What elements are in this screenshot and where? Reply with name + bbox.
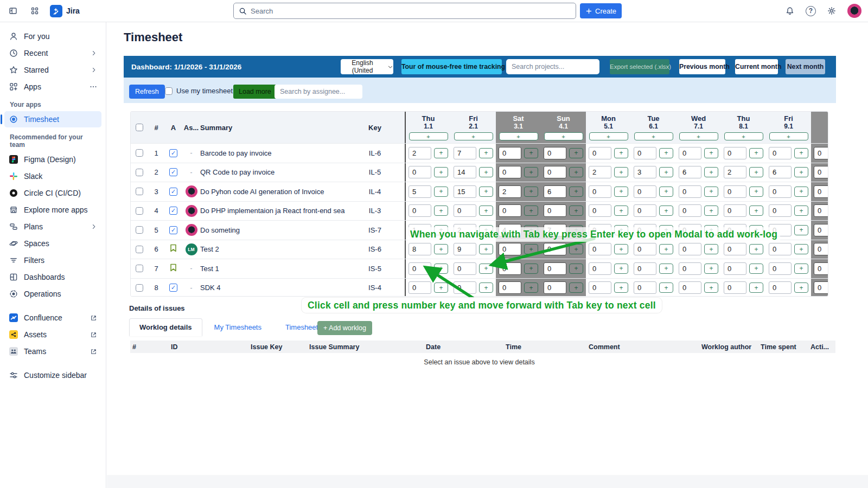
global-search[interactable] <box>233 3 576 19</box>
cell-add-worklog-button[interactable]: + <box>569 148 583 158</box>
cell-add-worklog-button[interactable]: + <box>794 148 808 158</box>
issue-key[interactable]: IS-5 <box>345 259 405 278</box>
time-cell-input[interactable] <box>724 204 746 217</box>
cell-add-worklog-button[interactable]: + <box>434 206 448 216</box>
time-cell-input[interactable] <box>634 204 656 217</box>
time-cell-input[interactable] <box>454 243 476 255</box>
cell-add-worklog-button[interactable]: + <box>614 282 628 293</box>
jira-home-link[interactable]: Jira <box>50 5 80 17</box>
search-assignee-input[interactable] <box>275 85 362 99</box>
issue-key[interactable]: IL-6 <box>345 144 405 163</box>
time-cell-input[interactable] <box>544 204 566 217</box>
cell-add-worklog-button[interactable]: + <box>794 225 808 235</box>
time-cell-input[interactable] <box>724 281 746 294</box>
cell-add-worklog-button[interactable]: + <box>749 244 763 254</box>
time-cell-input[interactable] <box>679 185 701 198</box>
sidebar-item-apps[interactable]: Apps <box>4 79 101 95</box>
sidebar-collapse-icon[interactable] <box>7 4 20 17</box>
time-cell-input[interactable] <box>724 243 746 255</box>
cell-add-worklog-button[interactable]: + <box>659 206 673 216</box>
time-cell-input[interactable] <box>499 185 521 198</box>
issue-summary[interactable]: Test 1 <box>200 259 345 278</box>
day-add-worklog-button[interactable]: + <box>724 132 763 140</box>
time-cell-input[interactable] <box>634 262 656 275</box>
cell-add-worklog-button[interactable]: + <box>794 206 808 216</box>
language-select[interactable]: English (United <box>341 59 393 74</box>
time-cell-input[interactable] <box>679 281 701 294</box>
sidebar-item-spaces[interactable]: Spaces <box>4 235 101 252</box>
time-cell-input[interactable] <box>814 262 828 275</box>
cell-add-worklog-button[interactable]: + <box>704 282 718 293</box>
cell-add-worklog-button[interactable]: + <box>749 264 763 274</box>
issue-key[interactable]: IL-3 <box>345 202 405 221</box>
issue-summary[interactable]: Do Pyhon code AI generation of Invoice <box>200 182 345 201</box>
previous-month-button[interactable]: Previous month <box>679 59 725 74</box>
notifications-bell-icon[interactable] <box>783 4 796 17</box>
settings-gear-icon[interactable] <box>825 4 838 17</box>
time-cell-input[interactable] <box>769 204 792 217</box>
time-cell-input[interactable] <box>499 281 521 294</box>
select-all-checkbox[interactable] <box>136 124 143 131</box>
bookmark-icon[interactable] <box>170 264 177 274</box>
cell-add-worklog-button[interactable]: + <box>794 282 808 293</box>
cell-add-worklog-button[interactable]: + <box>569 167 583 177</box>
time-cell-input[interactable] <box>814 243 828 255</box>
sidebar-item-starred[interactable]: Starred <box>4 62 101 78</box>
cell-add-worklog-button[interactable]: + <box>794 244 808 254</box>
checkbox-checked-icon[interactable]: ✓ <box>169 207 177 215</box>
time-cell-input[interactable] <box>814 185 828 198</box>
time-cell-input[interactable] <box>544 243 566 255</box>
sidebar-item-slack[interactable]: Slack <box>4 168 101 184</box>
issue-key[interactable]: IL-4 <box>345 182 405 201</box>
sidebar-item-plans[interactable]: Plans <box>4 219 101 235</box>
time-cell-input[interactable] <box>499 262 521 275</box>
cell-add-worklog-button[interactable]: + <box>479 282 493 293</box>
time-cell-input[interactable] <box>634 243 656 255</box>
time-cell-input[interactable] <box>679 147 701 159</box>
cell-add-worklog-button[interactable]: + <box>479 148 493 158</box>
checkbox-checked-icon[interactable]: ✓ <box>169 168 177 176</box>
issue-key[interactable]: IS-6 <box>345 240 405 259</box>
row-checkbox[interactable] <box>136 188 143 195</box>
time-cell-input[interactable] <box>679 166 701 178</box>
time-cell-input[interactable] <box>544 147 566 159</box>
time-cell-input[interactable] <box>409 204 431 217</box>
cell-add-worklog-button[interactable]: + <box>614 264 628 274</box>
issue-summary[interactable]: Do PHP implementaion ja React front-end … <box>200 202 345 221</box>
cell-add-worklog-button[interactable]: + <box>659 187 673 197</box>
cell-add-worklog-button[interactable]: + <box>569 282 583 293</box>
issue-summary[interactable]: Barcode to pay invoice <box>200 144 345 163</box>
cell-add-worklog-button[interactable]: + <box>569 264 583 274</box>
row-checkbox[interactable] <box>136 169 143 176</box>
cell-add-worklog-button[interactable]: + <box>704 167 718 177</box>
global-search-input[interactable] <box>251 7 571 15</box>
time-cell-input[interactable] <box>814 281 828 294</box>
sidebar-item-filters[interactable]: Filters <box>4 252 101 268</box>
row-checkbox[interactable] <box>136 226 143 234</box>
sidebar-item-explore-more-apps[interactable]: Explore more apps <box>4 202 101 218</box>
time-cell-input[interactable] <box>454 185 476 198</box>
checkbox-checked-icon[interactable]: ✓ <box>169 226 177 234</box>
tab-my-timesheets[interactable]: My Timesheets <box>202 323 273 331</box>
cell-add-worklog-button[interactable]: + <box>434 187 448 197</box>
create-button[interactable]: Create <box>580 3 622 18</box>
row-checkbox[interactable] <box>136 207 143 215</box>
row-checkbox[interactable] <box>136 265 143 272</box>
load-more-button[interactable]: Load more <box>233 85 277 99</box>
time-cell-input[interactable] <box>409 281 431 294</box>
cell-add-worklog-button[interactable]: + <box>479 187 493 197</box>
more-options-icon[interactable] <box>90 83 97 91</box>
checkbox-checked-icon[interactable]: ✓ <box>169 284 177 292</box>
time-cell-input[interactable] <box>454 147 476 159</box>
issue-summary[interactable]: SDK 4 <box>200 279 345 297</box>
cell-add-worklog-button[interactable]: + <box>794 167 808 177</box>
app-switcher-icon[interactable] <box>28 4 41 17</box>
time-cell-input[interactable] <box>679 204 701 217</box>
cell-add-worklog-button[interactable]: + <box>524 264 538 274</box>
cell-add-worklog-button[interactable]: + <box>479 167 493 177</box>
chevron-right-icon[interactable] <box>91 223 97 230</box>
sidebar-item-dashboards[interactable]: Dashboards <box>4 269 101 285</box>
time-cell-input[interactable] <box>679 262 701 275</box>
row-checkbox[interactable] <box>136 246 143 253</box>
cell-add-worklog-button[interactable]: + <box>749 187 763 197</box>
